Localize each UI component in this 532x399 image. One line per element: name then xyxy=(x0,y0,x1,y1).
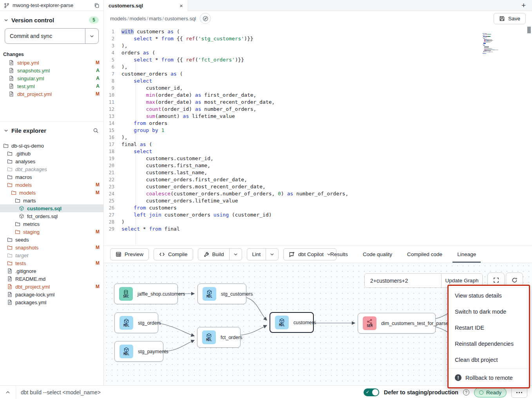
code-line[interactable]: 28) xyxy=(104,218,532,226)
code-line[interactable]: 16), xyxy=(104,134,532,141)
code-editor[interactable]: 1with customers as (2 select * from {{ r… xyxy=(104,26,532,246)
code-line[interactable]: 6), xyxy=(104,63,532,70)
code-line[interactable]: 22 customer_orders.first_order_date, xyxy=(104,176,532,183)
preview-button[interactable]: Preview xyxy=(110,248,149,260)
tab-customers-sql[interactable]: customers.sql × xyxy=(104,0,188,11)
new-tab-button[interactable]: + xyxy=(521,1,526,10)
lineage-node-stg-customers[interactable]: MDLstg_customers xyxy=(197,283,246,304)
code-line[interactable]: 2 select * from {{ ref('stg_customers')}… xyxy=(104,35,532,42)
code-line[interactable]: 23 customer_orders.most_recent_order_dat… xyxy=(104,183,532,190)
lint-options-button[interactable] xyxy=(266,249,278,260)
version-control-header[interactable]: Version control 5 xyxy=(0,11,103,26)
breadcrumb-segment[interactable]: customers.sql xyxy=(165,16,196,22)
close-tab-icon[interactable]: × xyxy=(179,2,183,9)
command-input[interactable]: dbt build --select <model_name> xyxy=(21,389,364,395)
compile-button[interactable]: Compile xyxy=(154,248,193,260)
menu-item-switch-to-dark-mode[interactable]: Switch to dark mode xyxy=(449,303,529,320)
code-line[interactable]: 17final as ( xyxy=(104,141,532,148)
tree-item-tests[interactable]: testsM xyxy=(0,259,103,267)
code-line[interactable]: 27 left join customer_orders using (cust… xyxy=(104,211,532,218)
tree-item-dbt-packages[interactable]: dbt_packages xyxy=(0,165,103,173)
file-explorer-header[interactable]: File explorer xyxy=(0,122,103,136)
code-line[interactable]: 13 sum(amount) as lifetime_value xyxy=(104,113,532,120)
code-line[interactable]: 10 min(order_date) as first_order_date, xyxy=(104,92,532,99)
tree-item-seeds[interactable]: seeds xyxy=(0,236,103,244)
code-line[interactable]: 26 from customers xyxy=(104,204,532,211)
tree-item-package-lock-yml[interactable]: package-lock.yml xyxy=(0,291,103,298)
code-line[interactable]: 7customer_orders as ( xyxy=(104,70,532,78)
help-icon[interactable]: ? xyxy=(463,389,469,395)
expand-command-bar-button[interactable] xyxy=(0,386,16,399)
code-line[interactable]: 19 customers.customer_id, xyxy=(104,155,532,162)
tree-item-marts[interactable]: marts xyxy=(0,197,103,204)
tab-compiled-code[interactable]: Compiled code xyxy=(407,246,442,263)
commit-options-button[interactable] xyxy=(85,29,98,43)
code-line[interactable]: 18 select xyxy=(104,148,532,155)
model-selector-input[interactable] xyxy=(365,274,441,287)
tree-item-readme-md[interactable]: README.md xyxy=(0,275,103,283)
search-icon[interactable] xyxy=(93,128,99,134)
menu-item-reinstall-dependencies[interactable]: Reinstall dependencies xyxy=(449,336,529,352)
tree-item--gitignore[interactable]: .gitignore xyxy=(0,267,103,275)
build-options-button[interactable] xyxy=(229,249,242,260)
code-line[interactable]: 3), xyxy=(104,42,532,49)
tree-item-models[interactable]: modelsM xyxy=(0,181,103,189)
change-item[interactable]: singular.ymlA xyxy=(0,74,103,82)
tab-code-quality[interactable]: Code quality xyxy=(363,246,392,263)
change-item[interactable]: dbt_project.ymlM xyxy=(0,90,103,98)
lineage-node-stg-payments[interactable]: MDLstg_payments xyxy=(114,341,163,362)
editor-scrollbar[interactable] xyxy=(527,27,531,33)
code-line[interactable]: 25 customer_orders.lifetime_value xyxy=(104,197,532,204)
code-line[interactable]: 29select * from final xyxy=(104,226,532,233)
lineage-node-jaffle-shop-customers[interactable]: SRCjaffle_shop.customers xyxy=(114,283,178,304)
code-line[interactable]: 1with customers as ( xyxy=(104,28,532,35)
ready-status-badge[interactable]: Ready xyxy=(474,388,507,397)
menu-item-rollback-to-remote[interactable]: !Rollback to remote xyxy=(449,370,529,386)
tree-item-metrics[interactable]: metrics xyxy=(0,220,103,228)
lineage-node-fct-orders[interactable]: MDLfct_orders xyxy=(197,327,241,348)
breadcrumb-segment[interactable]: marts xyxy=(149,16,162,22)
code-line[interactable]: 12 count(order_id) as number_of_orders, xyxy=(104,106,532,113)
tab-lineage[interactable]: Lineage xyxy=(457,246,476,263)
tree-item-target[interactable]: target xyxy=(0,251,103,259)
build-button[interactable]: Build xyxy=(198,249,229,260)
tree-item--github[interactable]: .github xyxy=(0,150,103,157)
tree-item-snapshots[interactable]: snapshotsM xyxy=(0,244,103,251)
open-in-explorer-button[interactable] xyxy=(200,13,211,24)
breadcrumb-segment[interactable]: models xyxy=(130,16,146,22)
more-options-button[interactable] xyxy=(511,387,527,398)
defer-toggle[interactable]: ✓ xyxy=(364,388,379,396)
code-line[interactable]: 20 customers.first_name, xyxy=(104,162,532,169)
tab-results[interactable]: Results xyxy=(330,246,348,263)
change-item[interactable]: snapshots.ymlA xyxy=(0,67,103,74)
code-line[interactable]: 15 group by 1 xyxy=(104,127,532,134)
change-item[interactable]: test.ymlA xyxy=(0,82,103,90)
menu-item-view-status-details[interactable]: View status details xyxy=(449,287,529,303)
dbt-copilot-button[interactable]: dbt Copilot xyxy=(283,248,337,260)
tree-item-staging[interactable]: stagingM xyxy=(0,228,103,236)
minimap[interactable] xyxy=(483,33,522,54)
lint-button[interactable]: Lint xyxy=(247,249,266,260)
tree-item-packages-yml[interactable]: packages.yml xyxy=(0,298,103,306)
code-line[interactable]: 8 select xyxy=(104,78,532,85)
tree-item-customers-sql[interactable]: customers.sql xyxy=(0,204,103,212)
tree-item-fct-orders-sql[interactable]: fct_orders.sql xyxy=(0,212,103,220)
code-line[interactable]: 24 coalesce(customer_orders.number_of_or… xyxy=(104,190,532,197)
lineage-node-dim-customers-test-for-parse[interactable]: SEMdim_customers_test_for_parse xyxy=(358,313,436,334)
code-line[interactable]: 21 customers.last_name, xyxy=(104,169,532,176)
menu-item-clean-dbt-project[interactable]: Clean dbt project xyxy=(449,352,529,368)
code-line[interactable]: 5 select * from {{ ref('fct_orders')}} xyxy=(104,56,532,63)
tree-item-models[interactable]: modelsM xyxy=(0,189,103,197)
tree-item-dbt-project-yml[interactable]: dbt_project.ymlM xyxy=(0,283,103,291)
code-line[interactable]: 11 max(order_date) as most_recent_order_… xyxy=(104,99,532,106)
code-line[interactable]: 4orders as ( xyxy=(104,49,532,56)
copy-branch-icon[interactable] xyxy=(94,3,100,8)
tree-item-macros[interactable]: macros xyxy=(0,173,103,181)
breadcrumb-segment[interactable]: models xyxy=(110,16,127,22)
code-line[interactable]: 9 customer_id, xyxy=(104,85,532,92)
lineage-node-stg-orders[interactable]: MDLstg_orders xyxy=(114,312,158,333)
save-button[interactable]: Save xyxy=(494,13,526,24)
commit-and-sync-button[interactable]: Commit and sync xyxy=(5,29,85,43)
tree-item-analyses[interactable]: analyses xyxy=(0,157,103,165)
menu-item-restart-ide[interactable]: Restart IDE xyxy=(449,320,529,336)
